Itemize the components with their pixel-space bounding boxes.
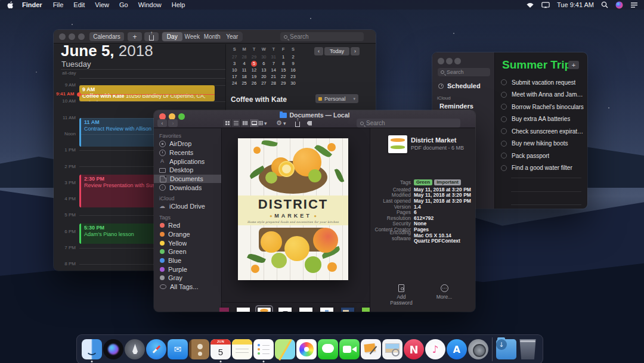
reminder-item[interactable]: Submit vacation request	[501, 76, 584, 89]
reminder-item[interactable]: Find a good water filter	[501, 162, 584, 175]
checkbox-circle[interactable]	[501, 141, 507, 147]
dock-icon-downloads[interactable]: ↓	[496, 339, 516, 359]
reminder-item[interactable]: Borrow Rachel's binoculars	[501, 101, 584, 113]
dock-icon-mail[interactable]: ✉	[168, 339, 188, 359]
checkbox-circle[interactable]	[501, 153, 507, 159]
event-calendar-dropdown[interactable]: Personal ▾	[315, 94, 358, 103]
reminder-item[interactable]: Check sunscreen expiration date	[501, 125, 584, 138]
dock-icon-maps[interactable]	[275, 339, 295, 359]
display-icon[interactable]	[541, 2, 550, 8]
view-tab-3[interactable]: Year	[222, 32, 243, 41]
gallery-thumbnail-t8[interactable]	[362, 308, 370, 312]
reminder-item[interactable]: Buy extra AA batteries	[501, 113, 584, 126]
calendar-search-field[interactable]: Search	[280, 32, 364, 41]
checkbox-circle[interactable]	[501, 79, 507, 85]
dock-icon-safari[interactable]	[146, 339, 166, 359]
checkbox-circle[interactable]	[501, 128, 507, 134]
more-button[interactable]: ⋯ More...	[429, 284, 459, 306]
back-button[interactable]: ‹	[157, 119, 167, 127]
view-tab-0[interactable]: Day	[162, 32, 182, 41]
reminders-search-field[interactable]: Search	[438, 68, 490, 76]
checkbox-circle[interactable]	[501, 104, 507, 110]
dock-icon-contacts[interactable]	[189, 339, 209, 359]
dock-icon-itunes[interactable]: ♪	[425, 339, 445, 359]
column-view-button[interactable]	[241, 119, 250, 127]
dock-icon-divider[interactable]	[492, 337, 493, 361]
icon-view-button[interactable]	[223, 119, 232, 127]
dock-icon-photos[interactable]	[296, 339, 317, 359]
gallery-thumbnail-t5[interactable]	[299, 308, 312, 312]
sidebar-item-documents[interactable]: Documents	[154, 175, 221, 184]
action-button[interactable]: ⚙▾	[276, 119, 286, 127]
reminders-minimize-button[interactable]	[446, 58, 453, 64]
view-tab-2[interactable]: Month	[202, 32, 222, 41]
menu-2[interactable]: View	[95, 1, 109, 8]
active-app-menu[interactable]: Finder	[22, 1, 42, 8]
sidebar-item-tag[interactable]: Yellow	[154, 238, 221, 247]
dock-icon-calendar[interactable]: JUN 5	[210, 339, 231, 359]
menu-5[interactable]: Help	[172, 1, 185, 8]
menu-3[interactable]: Go	[119, 1, 128, 8]
dock-icon-sysprefs[interactable]	[468, 339, 488, 359]
sidebar-item-tag[interactable]: Red	[154, 221, 221, 230]
sidebar-item-0[interactable]: Favorites	[154, 131, 221, 139]
calendars-button[interactable]: Calendars	[89, 32, 124, 41]
sidebar-item-icloud[interactable]: iCloud Drive	[154, 202, 221, 211]
gallery-thumbnail-t2[interactable]	[237, 308, 250, 312]
sidebar-item-recents[interactable]: Recents	[154, 148, 221, 157]
reminder-item[interactable]: Pack passport	[501, 150, 584, 162]
calendar-zoom-button[interactable]	[78, 33, 85, 40]
sidebar-item-downloadsf[interactable]: Downloads	[154, 183, 221, 192]
apple-menu-icon[interactable]	[7, 1, 14, 9]
menu-1[interactable]: Edit	[73, 1, 85, 8]
sidebar-item-tag[interactable]: Purple	[154, 265, 221, 274]
gallery-view-button[interactable]	[250, 119, 259, 127]
add-password-button[interactable]: Add Password	[386, 284, 416, 306]
dock-icon-siri[interactable]	[103, 339, 123, 359]
sidebar-item-alltags[interactable]: All Tags...	[154, 283, 221, 291]
siri-icon[interactable]	[615, 1, 623, 9]
dock-icon-launchpad[interactable]	[125, 339, 145, 359]
add-event-button[interactable]: +	[128, 32, 142, 41]
dock-icon-trash[interactable]	[518, 339, 538, 359]
document-preview-poster[interactable]: DISTRICT MARKET Home style prepared food…	[238, 138, 348, 280]
dock-icon-facetime[interactable]	[339, 339, 360, 359]
gallery-thumbnail-t4[interactable]	[278, 308, 292, 312]
checkbox-circle[interactable]	[501, 165, 507, 171]
menu-bar-clock[interactable]: Tue 9:41 AM	[557, 1, 594, 8]
dock-icon-keynote[interactable]	[361, 339, 381, 359]
forward-button[interactable]: ›	[168, 119, 178, 127]
reminders-close-button[interactable]	[438, 58, 444, 64]
tag-button[interactable]	[307, 119, 312, 127]
menu-0[interactable]: File	[53, 1, 64, 8]
dock-icon-appstore[interactable]: A	[447, 339, 467, 359]
checkbox-circle[interactable]	[501, 92, 507, 98]
sidebar-item-desktop[interactable]: Desktop	[154, 166, 221, 175]
notification-center-icon[interactable]	[630, 2, 638, 8]
reminders-list-0[interactable]: Reminders	[439, 102, 473, 110]
reminders-zoom-button[interactable]	[454, 58, 461, 64]
today-button[interactable]: Today	[324, 47, 349, 55]
sidebar-item-tag[interactable]: Green	[154, 247, 221, 256]
checkbox-circle[interactable]	[501, 116, 507, 122]
list-view-button[interactable]	[232, 119, 241, 127]
sidebar-item-9[interactable]: Tags	[154, 213, 221, 221]
add-reminder-button[interactable]: +	[568, 61, 579, 69]
reminder-item[interactable]: Buy new hiking boots	[501, 138, 584, 150]
gallery-thumbnail-t3[interactable]	[258, 308, 271, 312]
view-tab-1[interactable]: Week	[182, 32, 203, 41]
dock-icon-notes[interactable]	[232, 339, 252, 359]
calendar-share-button[interactable]	[144, 32, 159, 41]
sidebar-item-tag[interactable]: Gray	[154, 274, 221, 283]
group-button[interactable]: ▾	[259, 119, 267, 127]
gallery-thumbnail-t1[interactable]	[219, 308, 229, 312]
dock-icon-news[interactable]: N	[404, 339, 424, 359]
gallery-thumbnail-t6[interactable]	[320, 308, 333, 312]
wifi-icon[interactable]	[526, 2, 534, 8]
dock-icon-messages[interactable]	[318, 339, 338, 359]
share-button[interactable]	[295, 119, 300, 127]
dock-icon-remindersapp[interactable]	[253, 339, 274, 359]
menu-4[interactable]: Window	[138, 1, 162, 8]
dock-icon-finder[interactable]	[82, 339, 102, 359]
gallery-thumbnail-t7[interactable]	[341, 308, 354, 312]
